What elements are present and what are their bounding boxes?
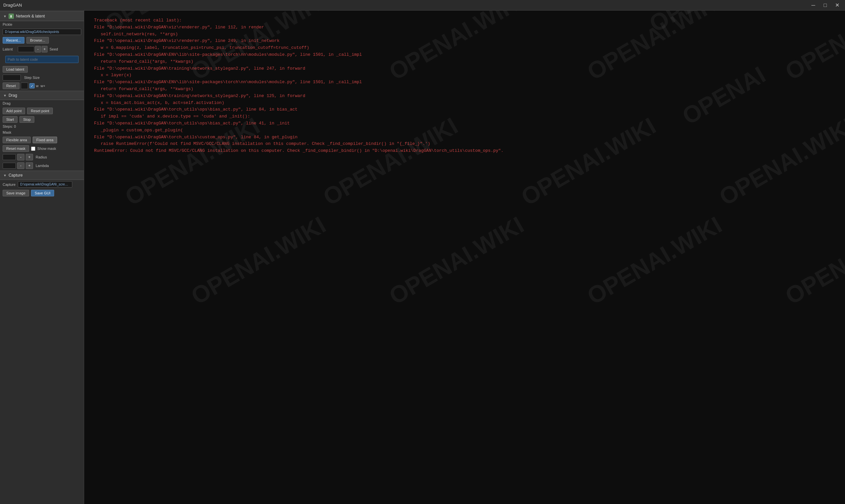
watermark-10: OPENAI.WIKI (382, 206, 532, 315)
error-line-14: File "D:\openai.wiki\DragGAN\torch_utils… (94, 120, 835, 127)
lambda-label: Lambda (36, 164, 49, 168)
error-line-4: File "D:\openai.wiki\DragGAN\ENV\lib\sit… (94, 52, 835, 58)
error-line-10: File "D:\openai.wiki\DragGAN\training\ne… (94, 93, 835, 100)
capture-section-label: Capture (8, 173, 23, 178)
latent-plus[interactable]: + (41, 46, 48, 53)
capture-label: Capture (3, 182, 16, 186)
reset-mask-button[interactable]: Reset mask (3, 145, 29, 152)
capture-section-header[interactable]: ▼ Capture (0, 170, 84, 180)
error-line-0: File "D:\openai.wiki\DragGAN\viz\rendere… (94, 24, 835, 31)
pickle-path: D:\openai.wiki\DragGAN\checkpoints (3, 29, 81, 35)
network-section-header[interactable]: ▼ ▮ Network & latent (0, 11, 84, 21)
error-line-18: RuntimeError: Could not find MSVC/GCC/CL… (94, 147, 835, 155)
checkmark-icon: ✓ (31, 84, 33, 88)
step-size-label: Step Size (24, 76, 40, 79)
load-latent-button[interactable]: Load latent (3, 66, 28, 73)
fixed-area-button[interactable]: Fixed area (33, 137, 57, 143)
recent-button[interactable]: Recent... (3, 37, 24, 43)
error-line-8: File "D:\openai.wiki\DragGAN\ENV\lib\sit… (94, 79, 835, 86)
capture-path: D:\openai.wiki\DragGAN\_screenshot (18, 181, 72, 187)
pickle-label: Pickle (3, 22, 16, 26)
radius-minus[interactable]: - (17, 154, 24, 160)
load-latent-row: Load latent (0, 65, 84, 74)
save-image-button[interactable]: Save image (3, 190, 29, 196)
show-mask-checkbox[interactable] (31, 146, 35, 151)
add-point-button[interactable]: Add point (3, 108, 25, 114)
error-line-7: x = layer(x) (94, 72, 835, 79)
reset-button[interactable]: Reset (3, 83, 19, 89)
error-line-13: if impl == 'cuda' and x.device.type == '… (94, 113, 835, 120)
watermark-11: OPENAI.WIKI (580, 206, 730, 315)
lambda-minus[interactable]: - (17, 162, 24, 169)
save-gui-button[interactable]: Save GUI (31, 190, 54, 196)
browse-button[interactable]: Browse... (26, 37, 49, 43)
latent-path-row (0, 54, 84, 65)
seed-label: Seed (50, 47, 58, 51)
radius-row: 50 - + Radius (0, 153, 84, 161)
drag-label-row: Drag (0, 100, 84, 107)
latent-label: Latent (3, 47, 16, 51)
wplus-label: w+ (41, 84, 45, 88)
drag-label: Drag (3, 101, 16, 105)
latent-path-input[interactable] (5, 56, 78, 63)
error-traceback: Traceback (most recent call last): File … (94, 17, 835, 155)
error-line-17: raise RuntimeError(f'Could not find MSVC… (94, 141, 835, 147)
stop-button[interactable]: Stop (19, 116, 34, 123)
maximize-button[interactable]: □ (821, 2, 830, 8)
steps-display: Steps: 0 (0, 124, 84, 129)
latent-value[interactable]: 0 (18, 46, 34, 52)
radius-label: Radius (36, 155, 47, 159)
network-section-label: Network & latent (16, 14, 45, 18)
network-arrow: ▼ (3, 15, 6, 18)
error-line-3: w = G.mapping(z, label, truncation_psi=t… (94, 44, 835, 52)
traceback-header: Traceback (most recent call last): (94, 17, 835, 24)
minimize-button[interactable]: ─ (809, 2, 818, 8)
flexible-area-button[interactable]: Flexible area (3, 137, 31, 143)
radius-input[interactable]: 50 (3, 154, 16, 160)
error-line-2: File "D:\openai.wiki\DragGAN\viz\rendere… (94, 38, 835, 44)
drag-section-header[interactable]: ▼ Drag (0, 91, 84, 100)
mask-label: Mask (3, 130, 16, 134)
lambda-plus[interactable]: + (26, 162, 33, 169)
main-layout: ▼ ▮ Network & latent Pickle D:\openai.wi… (0, 11, 845, 504)
drag-section-label: Drag (8, 93, 17, 98)
w-square (21, 83, 28, 89)
error-line-15: _plugin = custom_ops.get_plugin( (94, 127, 835, 134)
mask-controls-row: Reset mask Show mask (0, 144, 84, 153)
capture-label-row: Capture D:\openai.wiki\DragGAN\_screensh… (0, 180, 84, 189)
sidebar: ▼ ▮ Network & latent Pickle D:\openai.wi… (0, 11, 84, 504)
error-line-11: x = bias_act.bias_act(x, b, act=self.act… (94, 100, 835, 107)
capture-arrow: ▼ (3, 174, 6, 177)
error-line-6: File "D:\openai.wiki\DragGAN\training\ne… (94, 65, 835, 72)
titlebar: DragGAN ─ □ ✕ (0, 0, 845, 11)
latent-stepper: 0 - + (18, 46, 48, 53)
pickle-row: Pickle (0, 21, 84, 28)
w-checkbox[interactable]: ✓ (29, 83, 35, 88)
error-line-16: File "D:\openai.wiki\DragGAN\torch_utils… (94, 134, 835, 141)
radius-plus[interactable]: + (26, 154, 33, 160)
error-line-9: return forward_call(*args, **kwargs) (94, 86, 835, 93)
pickle-path-row: D:\openai.wiki\DragGAN\checkpoints (0, 28, 84, 36)
start-button[interactable]: Start (3, 116, 18, 123)
window-controls: ─ □ ✕ (809, 2, 842, 8)
latent-row: Latent 0 - + Seed (0, 44, 84, 54)
pickle-buttons: Recent... Browse... (0, 36, 84, 44)
lambda-input[interactable]: 20 (3, 163, 16, 169)
close-button[interactable]: ✕ (832, 2, 842, 8)
error-content-area: OPENAI.WIKI OPENAI.WIKI OPENAI.WIKI OPEN… (84, 11, 845, 504)
error-line-1: self.init_network(res, **args) (94, 31, 835, 38)
error-lines: File "D:\openai.wiki\DragGAN\viz\rendere… (94, 24, 835, 155)
app-title: DragGAN (3, 3, 22, 7)
start-stop-buttons: Start Stop (0, 115, 84, 124)
w-label: w (36, 84, 39, 88)
mask-row: Mask (0, 129, 84, 136)
step-size-input[interactable]: 0.001 (3, 75, 21, 80)
point-buttons: Add point Reset point (0, 107, 84, 115)
reset-point-button[interactable]: Reset point (27, 108, 53, 114)
lambda-row: 20 - + Lambda (0, 161, 84, 170)
show-mask-label: Show mask (37, 146, 56, 150)
step-size-row: 0.001 Step Size (0, 74, 84, 82)
error-line-5: return forward_call(*args, **kwargs) (94, 58, 835, 65)
latent-minus[interactable]: - (35, 46, 41, 53)
network-icon: ▮ (8, 14, 14, 19)
